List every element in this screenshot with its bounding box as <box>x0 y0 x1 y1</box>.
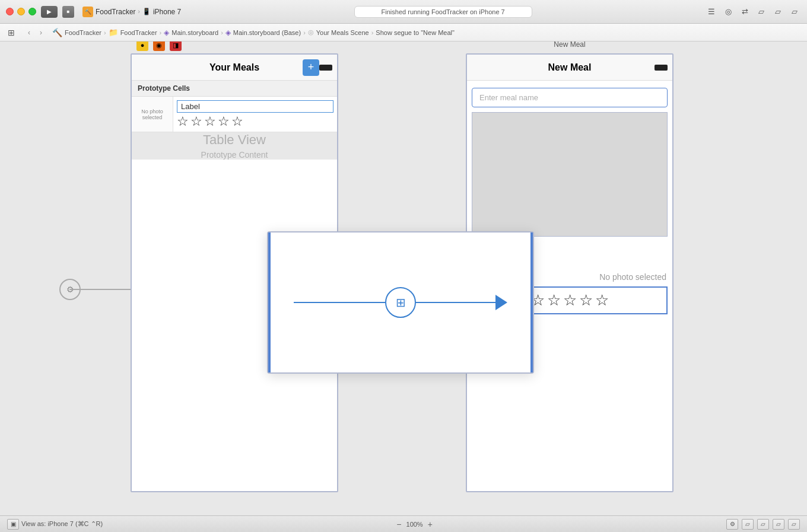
meal-star-4: ☆ <box>579 291 593 310</box>
segue-right-border <box>530 232 533 372</box>
segue-line-left <box>294 302 385 303</box>
layout-btn-1[interactable]: ⚙ <box>726 519 738 530</box>
nav-buttons: ‹ › <box>24 27 46 38</box>
zoom-out-button[interactable]: − <box>396 520 401 529</box>
bottom-bar: ▣ View as: iPhone 7 (⌘C ⌃R) − 100% + ⚙ ▱… <box>0 515 807 532</box>
forward-button[interactable]: › <box>36 27 46 38</box>
scene-toolbar: ● ◉ ◨ <box>132 42 186 53</box>
star-3: ☆ <box>204 115 216 128</box>
meal-star-5: ☆ <box>595 291 609 310</box>
traffic-lights <box>6 8 36 15</box>
view-as-label: View as: iPhone 7 (⌘C ⌃R) <box>21 520 103 528</box>
meal-name-field[interactable]: Enter meal name <box>472 88 668 107</box>
minimize-button[interactable] <box>17 8 25 15</box>
cell-label[interactable]: Label <box>177 100 333 113</box>
bc-main-storyboard-base[interactable]: Main.storyboard (Base) <box>233 29 301 36</box>
title-bar: ▶ ■ 🔨 FoodTracker › 📱 iPhone 7 Finished … <box>0 0 807 24</box>
maximize-button[interactable] <box>28 8 36 15</box>
bc-storyboard-icon-1: ◈ <box>164 28 169 37</box>
bottom-center: − 100% + <box>107 520 722 529</box>
activity-icon[interactable]: ◎ <box>722 5 735 18</box>
layout-btn-3[interactable]: ▱ <box>757 519 769 530</box>
bottom-left: ▣ View as: iPhone 7 (⌘C ⌃R) <box>7 519 103 530</box>
new-meal-title: New Meal <box>548 62 592 73</box>
close-button[interactable] <box>6 8 14 15</box>
segue-type-icon: ⊞ <box>396 295 406 310</box>
meal-photo-area <box>472 112 668 237</box>
status-center: Finished running FoodTracker on iPhone 7 <box>186 6 700 18</box>
bc-folder-icon: 📁 <box>109 28 118 37</box>
stop-button[interactable]: ■ <box>62 6 74 18</box>
panel-center-icon[interactable]: ▱ <box>771 5 784 18</box>
project-info: 🔨 FoodTracker › 📱 iPhone 7 <box>82 7 181 17</box>
panel-toggle-icon[interactable]: ▣ <box>7 519 19 530</box>
main-canvas: ⚙ ● ◉ ◨ Your Meals + Prototype Cells No … <box>0 42 807 515</box>
scene-icon-yellow[interactable]: ● <box>136 42 148 51</box>
table-view-area: Table View Prototype Content <box>132 132 337 160</box>
device-icon: 📱 <box>142 8 151 15</box>
star-4: ☆ <box>218 115 230 128</box>
bc-foodtracker-2[interactable]: FoodTracker <box>120 29 157 36</box>
bc-foodtracker-1[interactable]: FoodTracker <box>65 29 101 36</box>
segue-left-border <box>268 232 271 372</box>
bc-your-meals-scene[interactable]: Your Meals Scene <box>316 29 369 36</box>
your-meals-nav-bar: Your Meals + <box>132 55 337 81</box>
segue-arrowhead-popup <box>495 295 507 310</box>
bc-main-storyboard[interactable]: Main.storyboard <box>171 29 218 36</box>
meal-name-placeholder: Enter meal name <box>479 93 538 102</box>
project-icon: 🔨 <box>82 7 93 17</box>
new-meal-nav-bar: New Meal <box>467 55 672 81</box>
stars-row: ☆ ☆ ☆ ☆ ☆ <box>177 115 333 128</box>
bottom-right: ⚙ ▱ ▱ ▱ ▱ <box>726 519 800 530</box>
new-meal-battery <box>655 65 668 71</box>
layout-btn-4[interactable]: ▱ <box>773 519 784 530</box>
prototype-cell-row: No photo selected Label ☆ ☆ ☆ ☆ ☆ <box>132 97 337 132</box>
segue-line-right <box>412 302 495 303</box>
grid-view-icon[interactable]: ⊞ <box>5 26 18 39</box>
layout-btn-5[interactable]: ▱ <box>788 519 800 530</box>
no-photo-text-new-meal: No photo selected <box>599 272 666 282</box>
prototype-cells-header: Prototype Cells <box>132 81 337 97</box>
star-2: ☆ <box>190 115 202 128</box>
project-folder-icon: 🔨 <box>52 28 62 37</box>
table-view-label: Table View <box>203 132 266 148</box>
segue-circle-icon: ⊞ <box>385 287 416 318</box>
layout-btn-2[interactable]: ▱ <box>742 519 754 530</box>
bc-storyboard-icon-2: ◈ <box>225 28 231 37</box>
scene-icon-orange[interactable]: ◉ <box>153 42 165 51</box>
run-button[interactable]: ▶ <box>41 6 58 18</box>
panel-left-icon[interactable]: ▱ <box>755 5 768 18</box>
add-meal-button[interactable]: + <box>303 59 319 76</box>
scene-icon-red[interactable]: ◨ <box>170 42 182 51</box>
title-bar-right: ☰ ◎ ⇄ ▱ ▱ ▱ <box>705 5 801 18</box>
bc-sep-5: › <box>371 29 374 36</box>
segue-arrow-assembly: ⊞ <box>294 302 507 303</box>
no-photo-label: No photo selected <box>134 109 170 120</box>
segue-popup[interactable]: ⊞ <box>267 231 534 374</box>
status-text: Finished running FoodTracker on iPhone 7 <box>382 8 505 15</box>
prototype-cells-label: Prototype Cells <box>138 84 190 93</box>
hamburger-icon[interactable]: ☰ <box>705 5 718 18</box>
your-meals-title: Your Meals <box>209 62 259 73</box>
breadcrumb-bar: ⊞ ‹ › 🔨 FoodTracker › 📁 FoodTracker › ◈ … <box>0 24 807 42</box>
meal-star-3: ☆ <box>563 291 577 310</box>
cell-content: Label ☆ ☆ ☆ ☆ ☆ <box>173 97 337 132</box>
prototype-content-label: Prototype Content <box>201 150 268 160</box>
meal-star-2: ☆ <box>547 291 561 310</box>
bc-sep-3: › <box>221 29 223 36</box>
back-forward-icon[interactable]: ⇄ <box>738 5 751 18</box>
panel-right-icon[interactable]: ▱ <box>788 5 801 18</box>
bc-sep-2: › <box>160 29 162 36</box>
device-name[interactable]: iPhone 7 <box>153 8 181 16</box>
status-pill: Finished running FoodTracker on iPhone 7 <box>354 6 532 18</box>
zoom-in-button[interactable]: + <box>428 520 433 529</box>
chevron-icon: › <box>138 8 140 15</box>
bc-segue-label[interactable]: Show segue to "New Meal" <box>376 29 455 36</box>
back-button[interactable]: ‹ <box>24 27 34 38</box>
new-meal-scene-label: New Meal <box>554 42 585 49</box>
battery-indicator <box>319 65 332 71</box>
project-name[interactable]: FoodTracker <box>96 8 136 16</box>
bc-circle-icon: ◎ <box>308 28 314 36</box>
star-1: ☆ <box>177 115 189 128</box>
cell-image-placeholder: No photo selected <box>132 97 173 132</box>
